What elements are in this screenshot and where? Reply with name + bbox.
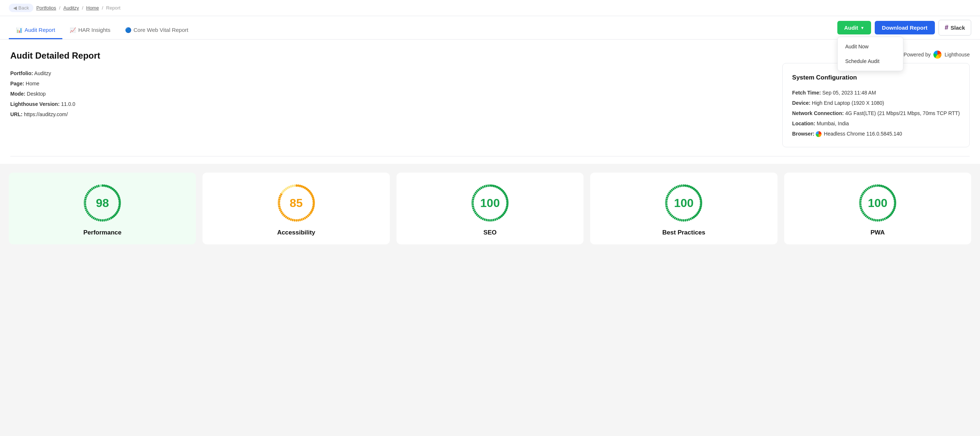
svg-rect-32	[102, 219, 103, 222]
svg-rect-173	[471, 202, 474, 204]
score-label-best-practices: Best Practices	[662, 229, 705, 236]
location-row: Location: Mumbai, India	[792, 118, 960, 128]
har-insights-icon: 📈	[70, 27, 76, 33]
device-label: Device:	[792, 100, 811, 106]
score-circle-seo: 100	[470, 183, 510, 223]
lh-version-row: Lighthouse Version: 11.0.0	[10, 99, 100, 109]
svg-rect-128	[489, 184, 491, 187]
breadcrumb-portfolios[interactable]: Portfolios	[36, 5, 56, 11]
svg-rect-299	[859, 202, 862, 204]
fetch-time-value: Sep 05, 2023 11:48 AM	[822, 90, 876, 96]
svg-rect-47	[84, 202, 86, 204]
url-row: URL: https://auditzy.com/	[10, 109, 100, 119]
score-label-seo: SEO	[484, 229, 496, 236]
audit-dropdown-wrapper: Audit ▼ Audit Now Schedule Audit	[837, 21, 871, 35]
score-circle-performance: 98	[82, 183, 123, 223]
chevron-down-icon: ▼	[861, 25, 864, 30]
lh-version-label: Lighthouse Version:	[10, 101, 60, 107]
lighthouse-icon	[934, 51, 942, 59]
svg-rect-110	[278, 202, 280, 204]
network-value: 4G Fast(LTE) (21 Mbps/21 Mbps, 70ms TCP …	[845, 110, 960, 116]
score-number-accessibility: 85	[290, 197, 303, 210]
audit-report-icon: 📊	[16, 27, 22, 33]
browser-row: Browser: Headless Chrome 116.0.5845.140	[792, 128, 960, 139]
network-label: Network Connection:	[792, 110, 844, 116]
tabs-left: 📊 Audit Report 📈 HAR Insights 🔵 Core Web…	[9, 20, 196, 39]
back-arrow: ◀	[13, 5, 17, 11]
scores-grid: 98 Performance 85 Accessibility	[9, 173, 971, 244]
mode-row: Mode: Desktop	[10, 89, 100, 99]
score-number-best-practices: 100	[674, 197, 694, 210]
score-number-performance: 98	[96, 197, 109, 210]
tab-core-web-vital-label: Core Web Vital Report	[134, 27, 189, 33]
powered-by-label: Powered by	[904, 52, 931, 57]
lighthouse-label: Lighthouse	[944, 52, 970, 57]
svg-rect-284	[877, 219, 878, 222]
meta-left: Audit Detailed Report Portfolio: Auditzy…	[10, 51, 100, 119]
score-label-accessibility: Accessibility	[277, 229, 315, 236]
tab-core-web-vital[interactable]: 🔵 Core Web Vital Report	[118, 20, 196, 39]
page-value: Home	[25, 81, 39, 86]
dropdown-schedule-audit[interactable]: Schedule Audit	[838, 54, 903, 68]
svg-rect-254	[877, 184, 878, 187]
score-circle-pwa: 100	[858, 183, 898, 223]
portfolio-value: Auditzy	[34, 70, 51, 76]
core-web-vital-icon: 🔵	[125, 27, 131, 33]
network-row: Network Connection: 4G Fast(LTE) (21 Mbp…	[792, 108, 960, 118]
svg-rect-143	[506, 202, 509, 204]
svg-rect-206	[700, 202, 702, 204]
portfolio-label: Portfolio:	[10, 70, 33, 76]
svg-rect-236	[665, 202, 668, 204]
report-meta: Portfolio: Auditzy Page: Home Mode: Desk…	[10, 68, 100, 119]
slack-button[interactable]: # Slack	[939, 20, 971, 35]
tab-har-insights[interactable]: 📈 HAR Insights	[62, 20, 118, 39]
chrome-icon	[816, 131, 822, 137]
mode-label: Mode:	[10, 91, 25, 97]
svg-rect-2	[102, 184, 103, 187]
dropdown-audit-now[interactable]: Audit Now	[838, 39, 903, 54]
browser-label: Browser:	[792, 131, 815, 137]
audit-button[interactable]: Audit ▼	[837, 21, 871, 35]
lh-version-value: 11.0.0	[61, 101, 75, 107]
system-config-title: System Configuration	[792, 71, 960, 84]
page-row: Page: Home	[10, 78, 100, 89]
location-value: Mumbai, India	[817, 120, 849, 127]
fetch-time-label: Fetch Time:	[792, 90, 821, 96]
report-title: Audit Detailed Report	[10, 51, 100, 61]
breadcrumb-auditzy[interactable]: Auditzy	[64, 5, 79, 11]
system-config-card: System Configuration Fetch Time: Sep 05,…	[782, 63, 970, 147]
score-number-pwa: 100	[868, 197, 887, 210]
score-card-pwa: 100 PWA	[784, 173, 971, 244]
score-circle-accessibility: 85	[276, 183, 317, 223]
score-card-best-practices: 100 Best Practices	[590, 173, 777, 244]
breadcrumb-current: Report	[106, 5, 120, 11]
tab-audit-report[interactable]: 📊 Audit Report	[9, 20, 62, 39]
score-card-seo: 100 SEO	[396, 173, 584, 244]
download-report-button[interactable]: Download Report	[875, 21, 935, 35]
page-label: Page:	[10, 81, 24, 86]
svg-rect-17	[118, 202, 121, 204]
device-row: Device: High End Laptop (1920 X 1080)	[792, 98, 960, 108]
main-content: Audit Detailed Report Portfolio: Auditzy…	[0, 40, 980, 164]
section-divider	[10, 156, 970, 157]
breadcrumb-home[interactable]: Home	[86, 5, 99, 11]
svg-rect-221	[683, 219, 684, 222]
tab-actions: Audit ▼ Audit Now Schedule Audit Downloa…	[837, 16, 971, 39]
breadcrumb-bar: ◀ Back Portfolios / Auditzy / Home / Rep…	[0, 0, 980, 16]
score-number-seo: 100	[480, 197, 500, 210]
tab-audit-report-label: Audit Report	[25, 27, 55, 33]
back-button[interactable]: ◀ Back	[9, 4, 33, 12]
tab-bar: 📊 Audit Report 📈 HAR Insights 🔵 Core Web…	[0, 16, 980, 40]
score-circle-best-practices: 100	[663, 183, 704, 223]
audit-label: Audit	[844, 25, 858, 31]
svg-rect-158	[489, 219, 491, 222]
svg-rect-80	[312, 202, 315, 204]
audit-dropdown-menu: Audit Now Schedule Audit	[837, 36, 904, 71]
device-value: High End Laptop (1920 X 1080)	[812, 100, 884, 106]
url-label: URL:	[10, 111, 22, 117]
svg-rect-191	[683, 184, 684, 187]
browser-value: Headless Chrome 116.0.5845.140	[824, 131, 902, 137]
location-label: Location:	[792, 120, 815, 127]
score-label-pwa: PWA	[870, 229, 885, 236]
fetch-time-row: Fetch Time: Sep 05, 2023 11:48 AM	[792, 87, 960, 98]
